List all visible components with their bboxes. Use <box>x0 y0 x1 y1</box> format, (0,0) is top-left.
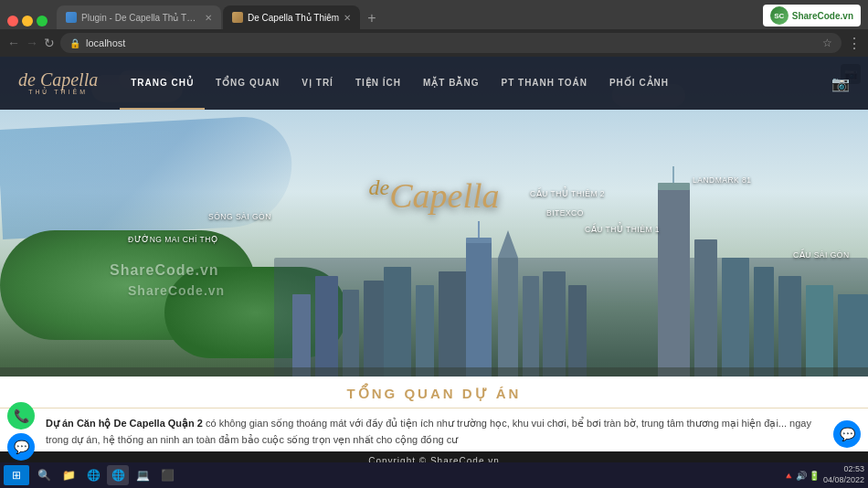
sharecode-logo-text: ShareCode.vn <box>792 11 853 21</box>
nav-mat-bang[interactable]: MẶT BẰNG <box>412 57 490 110</box>
tab2-close[interactable]: ✕ <box>344 13 351 23</box>
label-duong-mai-chi-tho: ĐƯỜNG MAI CHÍ THỌ <box>128 235 217 244</box>
hero-brand: deCapella <box>369 175 500 216</box>
svg-rect-16 <box>658 185 690 395</box>
close-button[interactable] <box>7 16 18 27</box>
tray-network-icon: 🔺 <box>783 471 794 481</box>
taskbar-file-explorer[interactable]: 📁 <box>58 465 79 485</box>
label-bitexco: BITEXCO <box>546 208 584 217</box>
nav-tong-quan[interactable]: TỔNG QUAN <box>205 57 291 110</box>
taskbar-chrome[interactable]: 🌐 <box>107 465 129 485</box>
float-right-chat-button[interactable]: 💬 <box>833 420 861 448</box>
minimize-button[interactable] <box>22 16 33 27</box>
label-cau-thu-thiem-2: CẦU THỦ THIÊM 2 <box>530 189 605 198</box>
svg-rect-9 <box>466 238 492 243</box>
float-phone-button[interactable]: 📞 <box>7 402 35 430</box>
label-landmark-81: LANDMARK 81 <box>693 175 752 185</box>
nav-phoi-canh[interactable]: PHỐI CẢNH <box>598 57 680 110</box>
nav-camera-icon[interactable]: 📷 <box>831 75 850 92</box>
tray-volume-icon: 🔊 <box>796 471 807 481</box>
taskbar-icons: 🔍 📁 🌐 🌐 💻 ⬛ <box>33 465 783 485</box>
back-button[interactable]: ← <box>7 36 20 50</box>
nav-logo-main: de Capella <box>18 70 98 89</box>
browser-tab-1[interactable]: Plugin - De Capella Thủ Thiêm ✕ <box>57 5 221 29</box>
start-button[interactable]: ⊞ <box>4 465 29 485</box>
taskbar-clock: 02:53 04/08/2022 <box>823 464 864 485</box>
taskbar-terminal[interactable]: ⬛ <box>156 465 178 485</box>
nav-pt-thanh-toan[interactable]: PT THANH TOÁN <box>490 57 598 110</box>
tray-icons: 🔺 🔊 🔋 <box>783 471 820 481</box>
label-song-sai-gon: SÔNG SÀI GÒN <box>208 212 271 221</box>
lock-icon: 🔒 <box>69 38 80 48</box>
nav-logo-sub: Thủ Thiêm <box>28 89 88 96</box>
star-icon[interactable]: ☆ <box>822 37 832 49</box>
new-tab-button[interactable]: + <box>362 10 381 29</box>
section-title: TỔNG QUAN DỰ ÁN <box>347 386 522 401</box>
section-description: Dự án Căn hộ De Capella Quận 2 có không … <box>46 418 811 445</box>
taskbar: ⊞ 🔍 📁 🌐 🌐 💻 ⬛ 🔺 🔊 🔋 02:53 04/08/2022 <box>0 462 868 488</box>
forward-button[interactable]: → <box>26 36 38 50</box>
section-title-bar: TỔNG QUAN DỰ ÁN <box>0 377 868 408</box>
nav-trang-chu[interactable]: TRANG CHỦ <box>120 57 205 110</box>
brand-capella: Capella <box>389 176 499 215</box>
brand-de: de <box>369 175 390 199</box>
label-cau-thu-thiem-1: CẦU THỦ THIÊM 1 <box>585 225 660 234</box>
tab2-title: De Capella Thủ Thiêm <box>248 13 339 23</box>
maximize-button[interactable] <box>37 16 48 27</box>
tray-battery-icon: 🔋 <box>809 471 820 481</box>
label-cau-sai-gon: CẦU SÀI GÒN <box>793 250 850 260</box>
sharecode-logo-icon: SC <box>770 6 789 25</box>
system-tray: 🔺 🔊 🔋 02:53 04/08/2022 <box>783 464 864 485</box>
taskbar-edge[interactable]: 🌐 <box>82 465 104 485</box>
svg-rect-17 <box>658 183 690 190</box>
taskbar-search[interactable]: 🔍 <box>33 465 55 485</box>
section-highlight: Dự án Căn hộ De Capella Quận 2 <box>46 418 203 429</box>
nav-tien-ich[interactable]: TIỆN ÍCH <box>344 57 412 110</box>
nav-items: TRANG CHỦ TỔNG QUAN VỊ TRÍ TIỆN ÍCH MẶT … <box>120 57 824 110</box>
tab1-close[interactable]: ✕ <box>205 13 212 23</box>
browser-tab-2[interactable]: De Capella Thủ Thiêm ✕ <box>223 5 360 29</box>
nav-logo[interactable]: de Capella Thủ Thiêm <box>18 70 98 96</box>
refresh-button[interactable]: ↻ <box>44 36 55 50</box>
address-text[interactable]: localhost <box>86 37 817 48</box>
watermark-2: ShareCode.vn <box>128 283 225 298</box>
watermark-1: ShareCode.vn <box>110 262 219 279</box>
nav-vi-tri[interactable]: VỊ TRÍ <box>291 57 344 110</box>
navigation: de Capella Thủ Thiêm TRANG CHỦ TỔNG QUAN… <box>0 57 868 110</box>
taskbar-vscode[interactable]: 💻 <box>132 465 153 485</box>
tab1-title: Plugin - De Capella Thủ Thiêm <box>81 13 200 23</box>
svg-marker-12 <box>498 230 518 258</box>
browser-menu-button[interactable]: ⋮ <box>847 35 861 52</box>
float-chat-button[interactable]: 💬 <box>7 433 35 461</box>
